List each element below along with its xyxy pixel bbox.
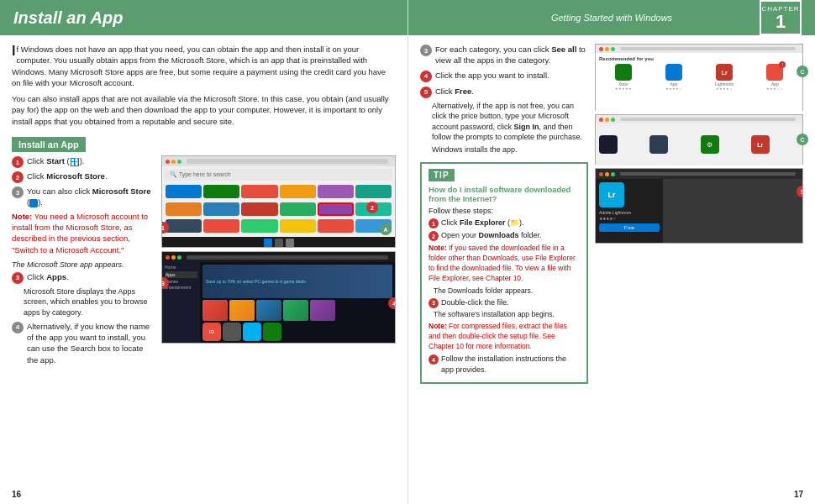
tip-step-2: 2 Open your Downloads folder. (429, 230, 580, 241)
app-detail-screenshot: ⚙ Lr C (595, 114, 803, 165)
intro-paragraph-1: If Windows does not have an app that you… (12, 44, 396, 88)
right-step-num-4: 4 (420, 71, 432, 82)
app-icon (280, 202, 316, 216)
apps-screen-screenshot: Home Apps Games Entertainment Save up to… (161, 251, 396, 344)
chapter-subtitle: Getting Started with Windows (551, 13, 672, 23)
tip-step-num-2: 2 (429, 231, 439, 241)
left-image-column: 🔍 Type here to search (161, 155, 396, 368)
step-text-2: Click Microsoft Store. (27, 171, 108, 181)
search-bar: 🔍 Type here to search (165, 169, 392, 181)
app-icon-2 (665, 64, 682, 81)
step5-alt-text: Alternatively, if the app is not free, y… (432, 101, 588, 143)
thumb-4 (283, 300, 308, 321)
tip-note-1: Note: If you saved the downloaded file i… (429, 244, 580, 284)
app-icon (166, 219, 202, 233)
rss-bar-1 (596, 45, 802, 53)
rec-app-grid: Xbox ★★★★★ App ★★★★☆ (599, 64, 799, 91)
page-title: Install an App (13, 8, 123, 28)
callout-c-1: C (797, 66, 808, 77)
step-num-5: 4 (12, 322, 24, 333)
app-detail-content: ⚙ Lr (596, 123, 802, 165)
app-icon (166, 185, 202, 198)
callout-2: 2 (366, 202, 378, 213)
app-icon (280, 185, 316, 198)
step-4-desc: Microsoft Store displays the Apps screen… (24, 286, 155, 318)
tip-step-text-1: Click File Explorer (📁). (441, 218, 524, 228)
lr-rating: ★★★★☆ (599, 216, 660, 221)
dot-red-3 (599, 172, 603, 176)
step-num-1: 1 (12, 156, 24, 168)
right-step-text-4: Click the app you want to install. (435, 70, 549, 81)
right-image-column: Recommended for you Xbox ★★★★★ (595, 44, 803, 384)
banner-text: Save up to 70% on select PC games & in g… (206, 279, 306, 284)
callout-a: A (380, 223, 392, 235)
adobe-bar (596, 169, 802, 179)
tip-step-num-1: 1 (429, 218, 439, 228)
free-button: Free (599, 223, 660, 232)
right-page-content: 3 For each category, you can click See a… (408, 35, 815, 484)
tip-step-text-2: Open your Downloads folder. (441, 230, 542, 241)
tip-header: TIP (429, 169, 455, 181)
app-icon (223, 323, 241, 341)
dot-yellow-2 (605, 118, 609, 122)
dot-green-3 (611, 172, 615, 176)
dark-icon (599, 135, 618, 154)
step-4-click-apps: 3 Click Apps. (12, 271, 155, 284)
intro-paragraph-2: You can also install apps that are not a… (12, 93, 396, 127)
right-step-3: 3 For each category, you can click See a… (420, 44, 588, 66)
right-screenshots: Recommended for you Xbox ★★★★★ (595, 44, 803, 244)
right-step-text-3: For each category, you can click See all… (435, 44, 588, 66)
apps-main-content: Home Apps Games Entertainment Save up to… (162, 262, 395, 344)
left-text-column: 1 Click Start (). 2 Click Microsoft Stor… (12, 155, 155, 368)
tip-intro: Follow these steps: (429, 206, 580, 217)
windows-installs-note: Windows installs the app. (432, 144, 588, 155)
right-step-text-5: Click Free. (435, 86, 474, 97)
instagram-icon: IG (202, 323, 221, 341)
step-1: 1 Click Start (). (12, 155, 155, 168)
apps-content-main: Save up to 70% on select PC games & in g… (200, 262, 395, 344)
app-icon (318, 219, 354, 233)
thumb-2 (229, 300, 255, 321)
adobe-left-panel: Lr Adobe Lightroom ★★★★☆ Free (596, 179, 663, 244)
page-number-left: 16 (12, 490, 21, 499)
right-page-footer: 17 (408, 484, 815, 504)
step-text-5: Alternatively, if you know the name of t… (27, 321, 155, 365)
left-two-columns: 1 Click Start (). 2 Click Microsoft Stor… (12, 155, 396, 368)
right-step-4: 4 Click the app you want to install. (420, 70, 588, 82)
start-content: 🔍 Type here to search (162, 166, 395, 248)
tip-step-3: 3 Double-click the file. (429, 297, 580, 308)
dot-red (599, 47, 603, 51)
left-page-header: Install an App (0, 0, 408, 35)
adobe-screenshot: Lr Adobe Lightroom ★★★★☆ Free (595, 168, 803, 244)
tip-step-1: 1 Click File Explorer (📁). (429, 218, 580, 228)
ms-store-icon (29, 199, 38, 207)
ms-store-app-icon (318, 202, 354, 216)
app-grid-start (162, 183, 395, 237)
adobe-main-panel (663, 179, 802, 244)
note-text: Note: You need a Microsoft account to in… (12, 211, 155, 255)
app-icon (241, 219, 277, 233)
start-menu-screenshot: 🔍 Type here to search (161, 155, 396, 248)
dot-yellow (171, 255, 176, 260)
thumb-1 (202, 300, 228, 321)
tip-step-text-3: Double-click the file. (441, 297, 509, 308)
dot-green (611, 47, 615, 51)
step-text-4: Click Apps. (27, 271, 69, 282)
dot-green-2 (611, 118, 615, 122)
addr-bar-3 (620, 172, 796, 176)
thumb-3 (256, 300, 281, 321)
app-icon-4: ! (766, 64, 783, 81)
photos-grid (730, 186, 735, 238)
step-3: 3 You can also click Microsoft Store (). (12, 186, 155, 208)
step-num-2: 2 (12, 171, 24, 183)
right-text-column: 3 For each category, you can click See a… (420, 44, 588, 384)
app-icon (241, 185, 277, 198)
dark-icon-2 (649, 135, 668, 154)
category-content: Recommended for you Xbox ★★★★★ (596, 53, 802, 112)
lightroom-logo: Lr (599, 182, 624, 207)
step-text-3: You can also click Microsoft Store (). (27, 186, 155, 208)
section-label: Install an App (12, 137, 86, 152)
app-icon (203, 185, 239, 198)
app-icon (241, 202, 277, 216)
app-icon (203, 202, 239, 216)
